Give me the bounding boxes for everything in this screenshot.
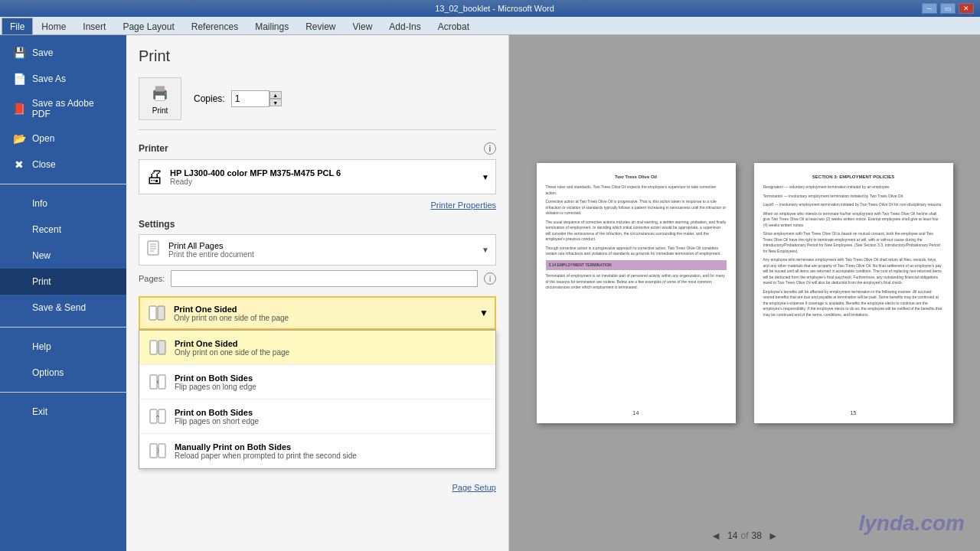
sides-option-sub-manually: Reload paper when prompted to print the … (175, 452, 357, 460)
window-controls[interactable]: ─ ▭ ✕ (922, 3, 974, 14)
sidebar-item-print[interactable]: Print (0, 269, 126, 295)
printer-status: Ready (170, 178, 489, 186)
copies-input[interactable]: 1 (231, 90, 270, 107)
sides-selected-main: Print One Sided (174, 305, 473, 314)
sidebar-label-save-as: Save As (32, 73, 66, 84)
sidebar-label-open: Open (32, 133, 54, 144)
sides-option-both-long[interactable]: Print on Both Sides Flip pages on long e… (139, 365, 495, 399)
sidebar-label-help: Help (32, 341, 51, 352)
adobe-icon: 📕 (12, 102, 26, 116)
tab-home[interactable]: Home (33, 18, 74, 34)
tab-mailings[interactable]: Mailings (247, 18, 297, 34)
sides-selected-text: Print One Sided Only print on one side o… (174, 305, 473, 322)
tab-references[interactable]: References (183, 18, 247, 34)
current-page: 14 (727, 530, 737, 541)
sidebar: 💾 Save 📄 Save As 📕 Save as Adobe PDF 📂 O… (0, 35, 126, 551)
pages-input[interactable] (171, 270, 478, 287)
sides-option-icon-manually (147, 440, 168, 461)
printer-dropdown-arrow[interactable]: ▼ (482, 173, 489, 181)
sides-option-manually[interactable]: Manually Print on Both Sides Reload pape… (139, 434, 495, 468)
svg-rect-13 (150, 375, 157, 389)
sides-dropdown-selected[interactable]: Print One Sided Only print on one side o… (139, 296, 496, 330)
tab-insert[interactable]: Insert (74, 18, 114, 34)
sidebar-item-help[interactable]: Help (0, 334, 126, 360)
copies-up[interactable]: ▲ (270, 91, 282, 99)
next-page-button[interactable]: ► (768, 530, 779, 542)
tab-review[interactable]: Review (297, 18, 344, 34)
ribbon-tabs: File Home Insert Page Layout References … (0, 17, 980, 35)
open-icon: 📂 (12, 132, 26, 145)
sides-selected-icon (146, 302, 168, 324)
page-15-para-6: Any employee who terminates employment w… (763, 257, 944, 286)
sides-option-main-both-long: Print on Both Sides (175, 373, 256, 383)
sidebar-item-info[interactable]: Info (0, 191, 126, 217)
sidebar-item-save[interactable]: 💾 Save (0, 40, 126, 66)
page-14-highlight: 3.14 EMPLOYMENT TERMINATION (546, 260, 727, 271)
save-icon: 💾 (12, 46, 26, 60)
svg-rect-9 (149, 306, 156, 320)
info-icon (12, 197, 26, 210)
print-all-pages-text: Print All Pages Print the entire documen… (168, 241, 475, 259)
settings-label-text: Settings (139, 219, 175, 230)
printer-box[interactable]: 🖨 HP LJ300-400 color MFP M375-M475 PCL 6… (139, 159, 496, 194)
sidebar-label-save: Save (32, 47, 53, 58)
sidebar-item-save-adobe[interactable]: 📕 Save as Adobe PDF (0, 92, 126, 126)
page-15-title: SECTION 3: EMPLOYMENT POLICIES (763, 174, 944, 180)
sides-option-main-both-short: Print on Both Sides (175, 408, 259, 417)
sidebar-item-new[interactable]: New (0, 243, 126, 269)
sidebar-item-open[interactable]: 📂 Open (0, 126, 126, 152)
sidebar-item-options[interactable]: Options (0, 360, 126, 386)
sides-option-text-one-sided: Print One Sided Only print on one side o… (175, 339, 289, 357)
print-all-pages-sub: Print the entire document (168, 250, 475, 259)
tab-page-layout[interactable]: Page Layout (114, 18, 182, 34)
svg-rect-16 (158, 409, 165, 423)
tab-acrobat[interactable]: Acrobat (430, 18, 478, 34)
print-all-pages-dropdown[interactable]: Print All Pages Print the entire documen… (139, 234, 496, 266)
close-doc-icon: ✖ (12, 158, 26, 171)
tab-file[interactable]: File (2, 18, 33, 34)
sides-dropdown-container: Print One Sided Only print on one side o… (139, 296, 496, 330)
page-15-body: Resignation — voluntary employment termi… (763, 184, 944, 318)
sides-option-both-short[interactable]: Print on Both Sides Flip pages on short … (139, 399, 495, 434)
print-button[interactable]: Print (139, 77, 181, 120)
printer-label-text: Printer (139, 143, 168, 154)
page-14-number: 14 (633, 409, 639, 417)
copies-down[interactable]: ▼ (270, 99, 282, 106)
options-icon (12, 366, 26, 380)
restore-button[interactable]: ▭ (940, 3, 956, 14)
sidebar-item-save-as[interactable]: 📄 Save As (0, 66, 126, 92)
svg-rect-2 (155, 95, 165, 100)
pages-info-icon[interactable]: i (484, 272, 496, 285)
copies-spinners[interactable]: ▲ ▼ (270, 91, 282, 106)
sidebar-item-save-send[interactable]: Save & Send (0, 295, 126, 321)
tab-view[interactable]: View (345, 18, 381, 34)
sidebar-item-exit[interactable]: Exit (0, 399, 126, 425)
sidebar-item-close[interactable]: ✖ Close (0, 152, 126, 178)
sides-option-main-one-sided: Print One Sided (175, 339, 289, 348)
close-button[interactable]: ✕ (959, 3, 974, 14)
prev-page-button[interactable]: ◄ (710, 530, 721, 542)
sides-option-main-manually: Manually Print on Both Sides (175, 442, 357, 452)
printer-properties-link[interactable]: Printer Properties (139, 201, 496, 210)
page-14-para-5: Termination of employment is an inevitab… (546, 273, 727, 291)
printer-info-icon[interactable]: i (484, 142, 496, 155)
minimize-button[interactable]: ─ (922, 3, 937, 14)
sidebar-item-recent[interactable]: Recent (0, 217, 126, 243)
print-all-pages-main: Print All Pages (168, 241, 475, 250)
title-bar: 13_02_booklet - Microsoft Word ─ ▭ ✕ (0, 0, 980, 17)
sides-option-sub-both-long: Flip pages on long edge (175, 383, 256, 391)
sides-option-text-both-short: Print on Both Sides Flip pages on short … (175, 408, 259, 425)
exit-icon (12, 405, 26, 419)
copies-label: Copies: (194, 93, 225, 104)
save-as-icon: 📄 (12, 72, 26, 86)
page-setup-link[interactable]: Page Setup (139, 483, 496, 492)
sides-option-sub-one-sided: Only print on one side of the page (175, 348, 289, 357)
tab-add-ins[interactable]: Add-Ins (381, 18, 429, 34)
main-layout: 💾 Save 📄 Save As 📕 Save as Adobe PDF 📂 O… (0, 35, 980, 551)
sidebar-label-exit: Exit (32, 406, 47, 417)
recent-icon (12, 223, 26, 236)
sides-option-sub-both-short: Flip pages on short edge (175, 417, 259, 425)
printer-name: HP LJ300-400 color MFP M375-M475 PCL 6 (170, 168, 489, 178)
sidebar-label-options: Options (32, 367, 64, 378)
sides-option-one-sided[interactable]: Print One Sided Only print on one side o… (139, 331, 495, 365)
